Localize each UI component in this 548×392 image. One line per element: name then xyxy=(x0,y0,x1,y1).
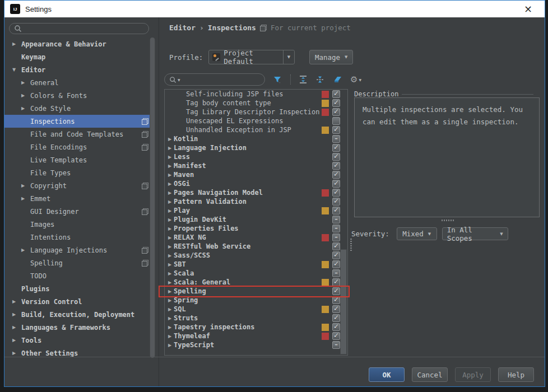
inspection-row-typescript[interactable]: ▶TypeScript xyxy=(165,340,347,349)
chevron-right-icon[interactable]: ▶ xyxy=(21,106,30,111)
sidebar-search-input[interactable] xyxy=(9,23,149,34)
ok-button[interactable]: OK xyxy=(369,367,405,382)
chevron-right-icon[interactable]: ▶ xyxy=(166,226,174,231)
sidebar-item-file-types[interactable]: File Types xyxy=(4,166,154,179)
chevron-right-icon[interactable]: ▶ xyxy=(166,146,174,151)
tree-settings-button[interactable]: ⚙ ▼ xyxy=(350,76,361,84)
sidebar-item-inspections[interactable]: Inspections xyxy=(4,115,154,128)
inspection-checkbox-on[interactable] xyxy=(332,242,340,250)
chevron-right-icon[interactable]: ▶ xyxy=(166,164,174,169)
sidebar-item-code-style[interactable]: ▶Code Style xyxy=(4,102,154,115)
chevron-right-icon[interactable]: ▶ xyxy=(166,262,174,267)
sidebar-item-file-and-code-templates[interactable]: File and Code Templates xyxy=(4,128,154,141)
chevron-right-icon[interactable]: ▶ xyxy=(21,80,30,85)
inspection-row-plugin-devkit[interactable]: ▶Plugin DevKit xyxy=(165,215,347,224)
sidebar-item-intentions[interactable]: Intentions xyxy=(4,231,154,244)
sidebar-item-version-control[interactable]: ▶Version Control xyxy=(4,295,154,308)
sidebar-item-languages-frameworks[interactable]: ▶Languages & Frameworks xyxy=(4,321,154,334)
inspection-row-spring[interactable]: ▶Spring xyxy=(165,296,347,305)
chevron-right-icon[interactable]: ▶ xyxy=(166,271,174,276)
chevron-right-icon[interactable]: ▶ xyxy=(166,181,174,186)
inspection-row-pattern-validation[interactable]: ▶Pattern Validation xyxy=(165,197,347,206)
sidebar-item-live-templates[interactable]: Live Templates xyxy=(4,153,154,166)
filter-button[interactable] xyxy=(273,75,282,85)
inspection-row-kotlin[interactable]: ▶Kotlin xyxy=(165,134,347,143)
inspection-row-tag-body-content-type[interactable]: Tag body content type xyxy=(165,99,347,108)
chevron-right-icon[interactable]: ▶ xyxy=(21,183,30,188)
inspection-row-properties-files[interactable]: ▶Properties Files xyxy=(165,224,347,233)
manage-button[interactable]: Manage ▼ xyxy=(309,50,353,64)
sidebar-item-tools[interactable]: ▶Tools xyxy=(4,334,154,347)
inspection-checkbox-on[interactable] xyxy=(332,144,340,152)
inspection-checkbox-on[interactable] xyxy=(332,296,340,304)
inspection-checkbox-on[interactable] xyxy=(332,323,340,331)
inspection-checkbox-on[interactable] xyxy=(332,251,340,259)
chevron-right-icon[interactable]: ▶ xyxy=(21,248,30,253)
inspection-row-manifest[interactable]: ▶Manifest xyxy=(165,161,347,170)
sidebar-scrollbar[interactable] xyxy=(150,38,155,358)
help-button[interactable]: Help xyxy=(498,367,534,382)
chevron-down-icon[interactable]: ▼ xyxy=(12,67,21,72)
chevron-right-icon[interactable]: ▶ xyxy=(166,190,174,195)
chevron-right-icon[interactable]: ▶ xyxy=(12,312,21,317)
inspection-checkbox-on[interactable] xyxy=(332,126,340,134)
sidebar-item-spelling[interactable]: Spelling xyxy=(4,256,154,269)
reset-button[interactable] xyxy=(332,75,342,84)
inspections-search-input[interactable]: ▼ xyxy=(164,73,265,86)
severity-select[interactable]: Mixed ▼ xyxy=(397,227,437,240)
inspection-checkbox-on[interactable] xyxy=(332,287,340,295)
inspection-row-sql[interactable]: ▶SQL xyxy=(165,305,347,314)
inspection-row-thymeleaf[interactable]: ▶Thymeleaf xyxy=(165,332,347,340)
chevron-right-icon[interactable]: ▶ xyxy=(12,325,21,330)
inspection-checkbox-dash[interactable] xyxy=(332,135,340,143)
inspection-row-language-injection[interactable]: ▶Language Injection xyxy=(165,143,347,152)
expand-all-button[interactable] xyxy=(299,75,308,84)
chevron-right-icon[interactable]: ▶ xyxy=(166,298,174,303)
inspection-checkbox-on[interactable] xyxy=(332,207,340,214)
sidebar-scrollbar-thumb[interactable] xyxy=(150,38,155,358)
inspection-row-maven[interactable]: ▶Maven xyxy=(165,170,347,179)
sidebar-item-copyright[interactable]: ▶Copyright xyxy=(4,179,154,192)
chevron-right-icon[interactable]: ▶ xyxy=(21,93,30,98)
inspection-row-self-including-jsp-files[interactable]: Self-including JSP files xyxy=(165,90,347,99)
chevron-right-icon[interactable]: ▶ xyxy=(166,208,174,213)
inspection-checkbox-dash[interactable] xyxy=(332,269,340,277)
inspection-checkbox-on[interactable] xyxy=(332,260,340,268)
chevron-right-icon[interactable]: ▶ xyxy=(166,155,174,160)
sidebar-item-editor[interactable]: ▼Editor xyxy=(4,63,154,76)
chevron-right-icon[interactable]: ▶ xyxy=(166,199,174,204)
inspection-row-scala-general[interactable]: ▶Scala: General xyxy=(165,278,347,287)
chevron-right-icon[interactable]: ▶ xyxy=(166,343,174,348)
breadcrumb-editor[interactable]: Editor xyxy=(169,24,196,32)
chevron-right-icon[interactable]: ▶ xyxy=(12,338,21,343)
inspection-row-relax-ng[interactable]: ▶RELAX NG xyxy=(165,233,347,242)
chevron-right-icon[interactable]: ▶ xyxy=(166,253,174,258)
sidebar-item-general[interactable]: ▶General xyxy=(4,76,154,89)
inspection-row-sbt[interactable]: ▶SBT xyxy=(165,260,347,269)
sidebar-item-appearance-behavior[interactable]: ▶Appearance & Behavior xyxy=(4,38,154,50)
chevron-right-icon[interactable]: ▶ xyxy=(166,137,174,142)
chevron-right-icon[interactable]: ▶ xyxy=(12,351,21,356)
tree-scrollbar-thumb[interactable] xyxy=(341,250,346,354)
inspection-checkbox-off[interactable] xyxy=(332,117,340,125)
inspection-row-sass-scss[interactable]: ▶Sass/SCSS xyxy=(165,251,347,260)
inspection-row-struts[interactable]: ▶Struts xyxy=(165,314,347,323)
chevron-right-icon[interactable]: ▶ xyxy=(166,334,174,339)
collapse-all-button[interactable] xyxy=(315,75,324,84)
inspection-checkbox-on[interactable] xyxy=(332,305,340,313)
chevron-right-icon[interactable]: ▶ xyxy=(166,244,174,249)
splitter-grip-vertical[interactable] xyxy=(350,239,352,251)
inspection-row-play[interactable]: ▶Play xyxy=(165,206,347,215)
inspection-row-pages-navigation-model[interactable]: ▶Pages Navigation Model xyxy=(165,188,347,197)
chevron-right-icon[interactable]: ▶ xyxy=(12,41,21,46)
inspection-checkbox-on[interactable] xyxy=(332,278,340,286)
inspection-checkbox-on[interactable] xyxy=(332,90,340,98)
inspection-row-spelling[interactable]: ▶Spelling xyxy=(165,287,347,296)
close-icon[interactable]: × xyxy=(524,4,532,14)
sidebar-item-other-settings[interactable]: ▶Other Settings xyxy=(4,347,154,360)
sidebar-item-file-encodings[interactable]: File Encodings xyxy=(4,141,154,153)
sidebar-item-images[interactable]: Images xyxy=(4,218,154,231)
inspection-checkbox-on[interactable] xyxy=(332,189,340,197)
sidebar-item-language-injections[interactable]: ▶Language Injections xyxy=(4,244,154,256)
inspection-row-scala[interactable]: ▶Scala xyxy=(165,269,347,278)
